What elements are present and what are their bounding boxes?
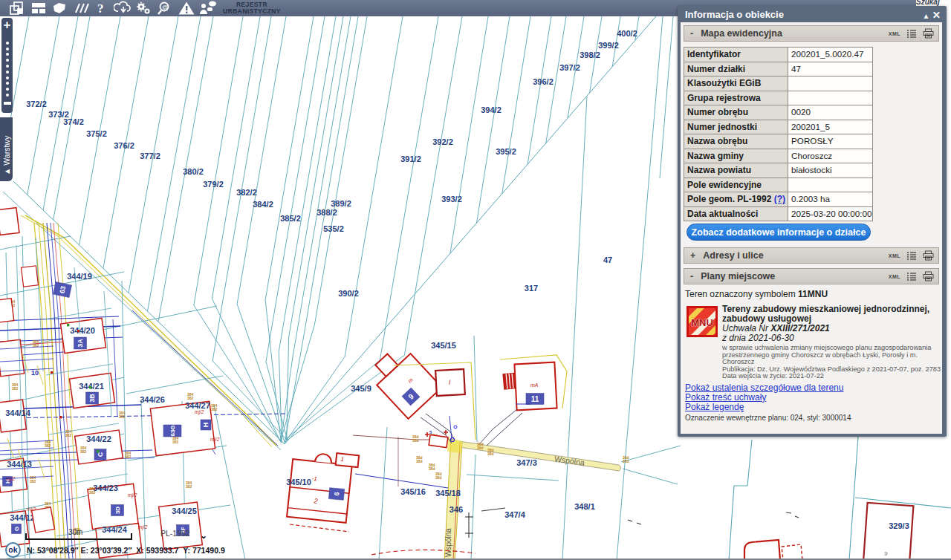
svg-text:384382: 384382 [187,392,194,400]
svg-text:346: 346 [449,505,463,514]
svg-text:382/2: 382/2 [236,188,257,197]
svg-text:345/18: 345/18 [435,489,461,498]
svg-text:Wspólna: Wspólna [444,528,452,557]
svg-text:384382: 384382 [211,403,218,411]
svg-text:2: 2 [313,497,318,505]
svg-text:377/2: 377/2 [140,152,160,160]
svg-text:10: 10 [31,369,39,377]
svg-text:38d38d: 38d38d [429,463,435,471]
svg-text:317: 317 [525,284,538,293]
svg-text:399/2: 399/2 [598,41,619,50]
svg-text:384382: 384382 [80,446,87,454]
svg-text:379/2: 379/2 [203,180,224,189]
svg-text:384382: 384382 [119,411,126,419]
svg-text:mj/2: mj/2 [195,409,204,415]
svg-text:347/4: 347/4 [504,510,525,519]
svg-text:396/2: 396/2 [533,77,554,86]
svg-text:372/2: 372/2 [26,100,47,108]
svg-text:374/2: 374/2 [63,117,84,126]
svg-text:375/2: 375/2 [86,129,107,138]
svg-text:38d38d: 38d38d [623,455,629,463]
svg-text:535/2: 535/2 [323,224,344,233]
svg-text:344/20: 344/20 [70,326,95,335]
svg-text:345/16: 345/16 [400,487,426,496]
svg-text:38d38d: 38d38d [416,455,423,463]
svg-text:344/25: 344/25 [172,507,197,515]
svg-text:H: H [202,423,210,428]
svg-text:345/10: 345/10 [286,478,311,486]
svg-text:9: 9 [884,550,888,557]
svg-text:38d38d: 38d38d [412,434,419,443]
svg-text:392/2: 392/2 [432,137,453,146]
svg-text:329/3: 329/3 [889,521,909,530]
svg-text:384382: 384382 [12,382,19,391]
svg-text:398/2: 398/2 [580,51,600,59]
svg-text:395/2: 395/2 [496,147,516,156]
svg-text:@: @ [162,4,168,10]
svg-text:384382: 384382 [172,436,179,444]
svg-text:344/14: 344/14 [5,408,31,417]
svg-text:38d38d: 38d38d [487,448,494,456]
svg-text:63: 63 [58,285,67,294]
svg-text:-1: -1 [311,475,317,483]
svg-text:3B: 3B [88,394,96,403]
svg-text:384382: 384382 [65,429,72,437]
svg-text:397/2: 397/2 [559,63,580,72]
svg-text:344/22: 344/22 [86,434,111,443]
svg-text:344/13: 344/13 [7,460,32,469]
svg-text:391/2: 391/2 [400,154,421,163]
svg-text:G: G [13,527,20,531]
svg-text:389/2: 389/2 [331,199,351,208]
svg-text:384382: 384382 [33,339,39,348]
svg-text:344/26: 344/26 [140,395,165,404]
svg-text:344/12: 344/12 [10,513,35,522]
svg-text:347/3: 347/3 [516,458,537,467]
svg-text:348/1: 348/1 [574,502,595,511]
svg-text:3A: 3A [77,339,84,348]
svg-text:388/2: 388/2 [317,208,337,217]
svg-text:?: ? [97,1,104,16]
svg-text:47: 47 [603,255,612,264]
svg-text:mj/2: mj/2 [210,437,220,443]
svg-text:345/15: 345/15 [431,341,456,350]
svg-text:394/2: 394/2 [481,105,502,114]
svg-text:38d38d: 38d38d [477,442,484,450]
svg-text:393/2: 393/2 [441,195,462,204]
svg-text:mA: mA [530,382,539,388]
svg-text:345/9: 345/9 [351,384,371,393]
svg-text:384382: 384382 [186,481,192,489]
svg-text:384382: 384382 [30,475,36,484]
svg-text:380/2: 380/2 [183,167,204,176]
svg-text:384382: 384382 [125,451,132,459]
svg-text:6: 6 [333,492,340,496]
svg-text:400/2: 400/2 [617,29,637,38]
svg-text:1: 1 [340,456,344,463]
svg-text:344/23: 344/23 [93,484,118,492]
svg-text:384/2: 384/2 [253,200,273,209]
svg-text:3D: 3D [114,507,121,514]
svg-text:384382: 384382 [89,486,96,495]
svg-text:63G: 63G [169,425,176,436]
svg-text:385/2: 385/2 [280,214,301,223]
svg-text:mj/2: mj/2 [128,492,137,498]
svg-text:11: 11 [531,395,539,403]
svg-text:376/2: 376/2 [114,141,134,150]
svg-text:mj/2: mj/2 [6,476,16,482]
svg-text:38d38d: 38d38d [435,472,442,480]
svg-text:MNU: MNU [691,317,713,328]
svg-text:344/19: 344/19 [67,272,92,281]
svg-text:390/2: 390/2 [338,289,359,298]
svg-text:mj/2: mj/2 [138,524,148,530]
